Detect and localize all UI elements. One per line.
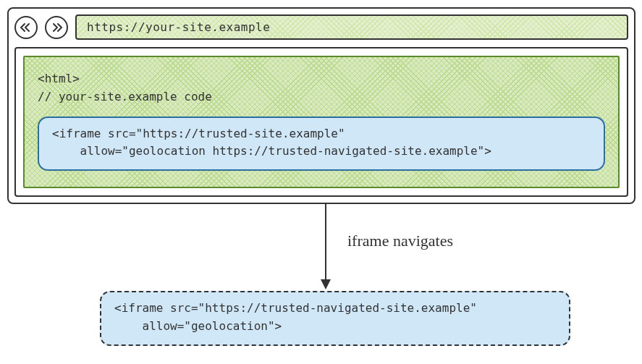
browser-viewport: <html> // your-site.example code <iframe… bbox=[14, 47, 628, 197]
address-bar-text: https://your-site.example bbox=[87, 20, 270, 34]
forward-button[interactable] bbox=[45, 16, 68, 39]
code-line-html: <html> bbox=[38, 70, 605, 88]
navigate-arrow bbox=[311, 204, 340, 291]
svg-marker-1 bbox=[321, 279, 331, 289]
back-icon bbox=[20, 22, 32, 33]
parent-page: <html> // your-site.example code <iframe… bbox=[23, 56, 620, 188]
iframe-navigated: <iframe src="https://trusted-navigated-s… bbox=[100, 291, 570, 346]
code-line-comment: // your-site.example code bbox=[38, 88, 605, 106]
below-area: iframe navigates <iframe src="https://tr… bbox=[7, 204, 635, 356]
iframe-initial-line2: allow="geolocation https://trusted-navig… bbox=[52, 143, 591, 161]
iframe-navigated-line2: allow="geolocation"> bbox=[114, 318, 556, 336]
browser-window: https://your-site.example <html> // your… bbox=[7, 7, 635, 204]
browser-chrome-bar: https://your-site.example bbox=[14, 14, 628, 40]
forward-icon bbox=[51, 22, 62, 33]
address-bar[interactable]: https://your-site.example bbox=[75, 14, 628, 40]
iframe-initial-line1: <iframe src="https://trusted-site.exampl… bbox=[52, 125, 591, 143]
back-button[interactable] bbox=[14, 16, 38, 39]
navigate-arrow-label: iframe navigates bbox=[347, 232, 453, 250]
iframe-navigated-line1: <iframe src="https://trusted-navigated-s… bbox=[114, 300, 556, 318]
iframe-initial: <iframe src="https://trusted-site.exampl… bbox=[38, 117, 605, 172]
